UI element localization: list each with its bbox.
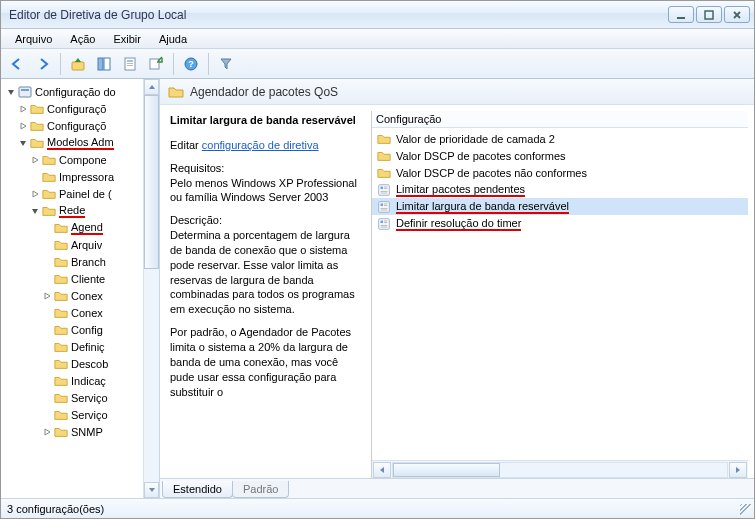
settings-list-item[interactable]: Valor de prioridade de camada 2 — [372, 130, 748, 147]
tree-item-label: Rede — [59, 204, 85, 218]
tree-item[interactable]: Compone — [1, 151, 159, 168]
tab-standard[interactable]: Padrão — [232, 481, 289, 498]
expander-open-icon[interactable] — [5, 86, 17, 98]
tree-item[interactable]: Conex — [1, 304, 159, 321]
tree-item[interactable]: Agend — [1, 219, 159, 236]
minimize-button[interactable] — [668, 6, 694, 23]
settings-item-label: Definir resolução do timer — [396, 217, 521, 231]
settings-list-item[interactable]: Limitar largura de banda reservável — [372, 198, 748, 215]
tree-item[interactable]: SNMP — [1, 423, 159, 440]
svg-rect-14 — [379, 184, 390, 195]
tree-item-label: Agend — [71, 221, 103, 235]
tree-item[interactable]: Config — [1, 321, 159, 338]
folder-up-icon — [70, 56, 86, 72]
filter-button[interactable] — [214, 52, 238, 76]
scroll-down-icon[interactable] — [144, 482, 159, 498]
tree-item[interactable]: Definiç — [1, 338, 159, 355]
settings-list-item[interactable]: Valor DSCP de pacotes não conformes — [372, 164, 748, 181]
expander-none — [41, 307, 53, 319]
forward-button[interactable] — [31, 52, 55, 76]
tree-item[interactable]: Configuraçõ — [1, 117, 159, 134]
tree-item[interactable]: Configuraçõ — [1, 100, 159, 117]
up-level-button[interactable] — [66, 52, 90, 76]
back-button[interactable] — [5, 52, 29, 76]
settings-item-label: Valor DSCP de pacotes conformes — [396, 150, 566, 162]
export-button[interactable] — [144, 52, 168, 76]
show-tree-button[interactable] — [92, 52, 116, 76]
expander-open-icon[interactable] — [29, 205, 41, 217]
folder-icon — [53, 322, 69, 338]
scroll-thumb[interactable] — [393, 463, 500, 477]
tree-item[interactable]: Conex — [1, 287, 159, 304]
tree-item-label: Painel de ( — [59, 188, 112, 200]
tree-item[interactable]: Impressora — [1, 168, 159, 185]
scroll-right-icon[interactable] — [729, 462, 747, 478]
svg-rect-27 — [381, 220, 384, 223]
settings-list-pane: Configuração Valor de prioridade de cama… — [371, 111, 748, 478]
expander-none — [41, 392, 53, 404]
help-button[interactable]: ? — [179, 52, 203, 76]
menu-action[interactable]: Ação — [62, 31, 103, 47]
tree-item[interactable]: Descob — [1, 355, 159, 372]
menu-file[interactable]: Arquivo — [7, 31, 60, 47]
tree-item[interactable]: Rede — [1, 202, 159, 219]
tree-item[interactable]: Arquiv — [1, 236, 159, 253]
expander-closed-icon[interactable] — [17, 120, 29, 132]
expander-open-icon[interactable] — [17, 137, 29, 149]
svg-rect-3 — [98, 58, 103, 70]
folder-icon — [53, 407, 69, 423]
scroll-track[interactable] — [144, 95, 159, 482]
expander-none — [41, 256, 53, 268]
expander-none — [41, 375, 53, 387]
tree-item[interactable]: Branch — [1, 253, 159, 270]
folder-icon — [53, 237, 69, 253]
scroll-thumb[interactable] — [144, 95, 159, 269]
toolbar: ? — [1, 49, 754, 79]
settings-list-item[interactable]: Definir resolução do timer — [372, 215, 748, 232]
help-icon: ? — [183, 56, 199, 72]
expander-closed-icon[interactable] — [41, 290, 53, 302]
tree-item-label: Serviço — [71, 392, 108, 404]
tree-root[interactable]: Configuração do — [1, 83, 159, 100]
resize-grip-icon[interactable] — [740, 504, 752, 516]
svg-rect-30 — [381, 224, 388, 225]
edit-label: Editar — [170, 139, 202, 151]
window-title: Editor de Diretiva de Grupo Local — [9, 8, 666, 22]
status-text: 3 configuração(ões) — [7, 503, 104, 515]
column-header-config[interactable]: Configuração — [372, 111, 748, 128]
menu-help[interactable]: Ajuda — [151, 31, 195, 47]
svg-rect-8 — [127, 65, 133, 66]
expander-closed-icon[interactable] — [41, 426, 53, 438]
close-button[interactable] — [724, 6, 750, 23]
maximize-button[interactable] — [696, 6, 722, 23]
settings-list-item[interactable]: Limitar pacotes pendentes — [372, 181, 748, 198]
folder-icon — [53, 373, 69, 389]
scroll-track[interactable] — [392, 462, 728, 478]
description-label: Descrição: — [170, 213, 361, 228]
tree-item[interactable]: Modelos Adm — [1, 134, 159, 151]
expander-closed-icon[interactable] — [29, 188, 41, 200]
svg-rect-22 — [384, 203, 388, 204]
folder-icon — [41, 203, 57, 219]
tree-item[interactable]: Serviço — [1, 389, 159, 406]
settings-list-item[interactable]: Valor DSCP de pacotes conformes — [372, 147, 748, 164]
scroll-up-icon[interactable] — [144, 79, 159, 95]
tree-item[interactable]: Indicaç — [1, 372, 159, 389]
tab-extended[interactable]: Estendido — [162, 481, 233, 498]
expander-closed-icon[interactable] — [17, 103, 29, 115]
scroll-left-icon[interactable] — [373, 462, 391, 478]
tree-item[interactable]: Painel de ( — [1, 185, 159, 202]
tree-scrollbar[interactable] — [143, 79, 159, 498]
tree-item[interactable]: Serviço — [1, 406, 159, 423]
edit-policy-link[interactable]: configuração de diretiva — [202, 139, 319, 151]
expander-closed-icon[interactable] — [29, 154, 41, 166]
tree-item-label: Configuraçõ — [47, 120, 106, 132]
svg-rect-23 — [384, 205, 388, 206]
properties-button[interactable] — [118, 52, 142, 76]
tree-item[interactable]: Cliente — [1, 270, 159, 287]
folder-icon — [29, 118, 45, 134]
folder-icon — [53, 220, 69, 236]
menu-view[interactable]: Exibir — [105, 31, 149, 47]
forward-arrow-icon — [35, 56, 51, 72]
settings-hscrollbar[interactable] — [372, 460, 748, 478]
